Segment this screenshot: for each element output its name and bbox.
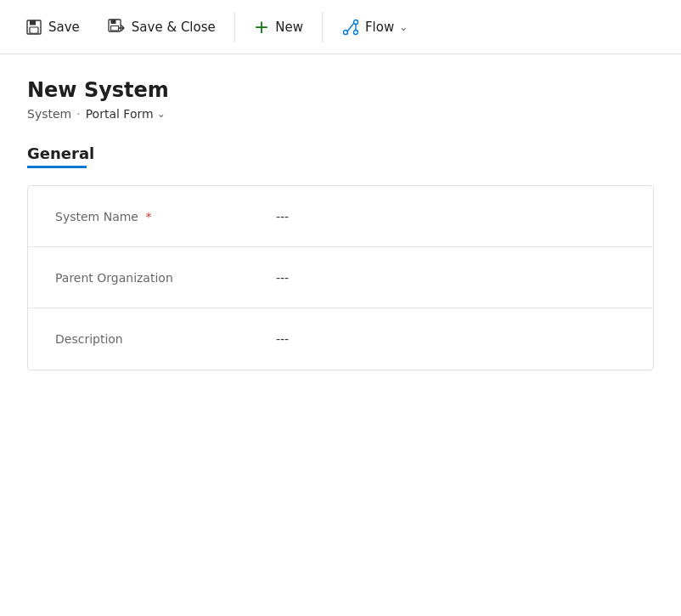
save-icon [25, 19, 42, 36]
svg-rect-6 [110, 25, 118, 31]
page-content: New System System · Portal Form ⌄ Genera… [0, 54, 681, 370]
section-title: General [27, 144, 654, 162]
save-close-icon [107, 18, 126, 37]
page-title: New System [27, 78, 654, 102]
new-button[interactable]: + New [242, 9, 315, 44]
save-label: Save [48, 20, 80, 35]
form-row-parent-org: Parent Organization --- [28, 247, 653, 308]
system-name-label: System Name * [55, 210, 276, 223]
system-name-value[interactable]: --- [276, 210, 289, 223]
flow-chevron-icon: ⌄ [399, 21, 408, 33]
flow-button[interactable]: Flow ⌄ [329, 11, 419, 43]
save-close-label: Save & Close [132, 20, 216, 35]
new-icon: + [254, 16, 269, 37]
breadcrumb-current[interactable]: Portal Form ⌄ [86, 107, 166, 121]
form-row-description: Description --- [28, 308, 653, 370]
save-button[interactable]: Save [14, 12, 92, 42]
section-underline [27, 166, 87, 168]
toolbar: Save Save & Close + New [0, 0, 681, 54]
form-row-system-name: System Name * --- [28, 186, 653, 247]
svg-point-9 [353, 30, 357, 34]
system-name-required: * [145, 210, 151, 223]
new-label: New [275, 20, 303, 35]
flow-icon [341, 18, 360, 37]
toolbar-divider-1 [234, 12, 235, 42]
breadcrumb-chevron-icon: ⌄ [157, 108, 166, 120]
save-close-button[interactable]: Save & Close [95, 11, 228, 43]
svg-rect-1 [30, 20, 36, 25]
description-value[interactable]: --- [276, 332, 289, 346]
parent-org-label: Parent Organization [55, 271, 276, 285]
parent-org-value[interactable]: --- [276, 271, 289, 285]
svg-rect-5 [110, 20, 115, 24]
breadcrumb-parent[interactable]: System [27, 107, 71, 121]
breadcrumb: System · Portal Form ⌄ [27, 107, 654, 121]
flow-label: Flow [365, 20, 394, 35]
breadcrumb-separator: · [76, 107, 80, 121]
description-label: Description [55, 332, 276, 346]
svg-rect-3 [32, 28, 37, 33]
toolbar-divider-2 [322, 12, 323, 42]
form-container: System Name * --- Parent Organization --… [27, 185, 654, 370]
